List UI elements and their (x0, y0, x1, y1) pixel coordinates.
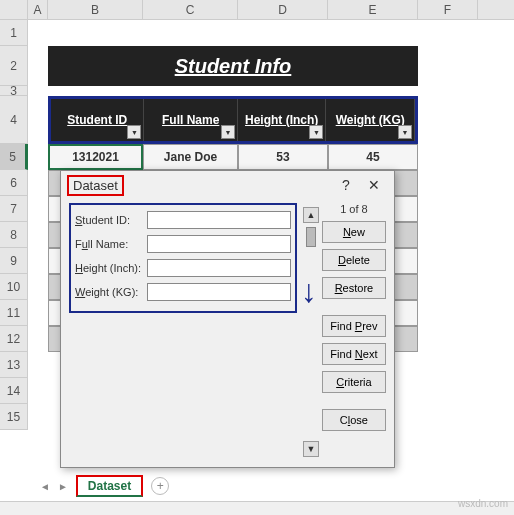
col-header-a[interactable]: A (28, 0, 48, 19)
add-sheet-icon[interactable]: + (151, 477, 169, 495)
tab-nav-next-icon[interactable]: ► (58, 481, 68, 492)
form-buttons: 1 of 8 New Delete Restore Find Prev Find… (322, 203, 386, 461)
cell-weight[interactable]: 45 (328, 144, 418, 170)
dialog-title: Dataset (67, 175, 124, 196)
scroll-down-icon[interactable]: ▼ (303, 441, 319, 457)
cell-id[interactable]: 1312021 (48, 144, 143, 170)
table-header: Student ID▼ Full Name▼ Height (Inch)▼ We… (48, 96, 418, 144)
col-header-b[interactable]: B (48, 0, 143, 19)
header-weight[interactable]: Weight (KG)▼ (326, 99, 415, 141)
filter-icon[interactable]: ▼ (127, 125, 141, 139)
delete-button[interactable]: Delete (322, 249, 386, 271)
arrow-annotation-icon: ↓ (301, 273, 317, 310)
row-header-5[interactable]: 5 (0, 144, 28, 170)
row-header-6[interactable]: 6 (0, 170, 28, 196)
record-counter: 1 of 8 (322, 203, 386, 215)
input-student-id[interactable] (147, 211, 291, 229)
header-student-id[interactable]: Student ID▼ (51, 99, 144, 141)
row-header-7[interactable]: 7 (0, 196, 28, 222)
cell-name[interactable]: Jane Doe (143, 144, 238, 170)
form-fields: Student ID: Full Name: Height (Inch): We… (69, 203, 297, 313)
find-next-button[interactable]: Find Next (322, 343, 386, 365)
row-header-10[interactable]: 10 (0, 274, 28, 300)
close-icon[interactable]: ✕ (360, 177, 388, 193)
label-student-id: Student ID: (75, 214, 147, 226)
header-full-name[interactable]: Full Name▼ (144, 99, 237, 141)
cell-height[interactable]: 53 (238, 144, 328, 170)
sheet-tabs: ◄ ► Dataset + (40, 475, 169, 497)
header-height[interactable]: Height (Inch)▼ (238, 99, 327, 141)
filter-icon[interactable]: ▼ (398, 125, 412, 139)
restore-button[interactable]: Restore (322, 277, 386, 299)
sheet-tab-dataset[interactable]: Dataset (76, 475, 143, 497)
col-header-d[interactable]: D (238, 0, 328, 19)
column-headers: A B C D E F (0, 0, 514, 20)
input-full-name[interactable] (147, 235, 291, 253)
find-prev-button[interactable]: Find Prev (322, 315, 386, 337)
col-header-c[interactable]: C (143, 0, 238, 19)
row-header-9[interactable]: 9 (0, 248, 28, 274)
col-header-e[interactable]: E (328, 0, 418, 19)
table-row[interactable]: 1312021 Jane Doe 53 45 (48, 144, 418, 170)
row-header-8[interactable]: 8 (0, 222, 28, 248)
row-header-11[interactable]: 11 (0, 300, 28, 326)
dialog-titlebar[interactable]: Dataset ? ✕ (61, 171, 394, 199)
row-header-12[interactable]: 12 (0, 326, 28, 352)
close-button[interactable]: Close (322, 409, 386, 431)
title-banner: Student Info (48, 46, 418, 86)
row-header-1[interactable]: 1 (0, 20, 28, 46)
row-header-4[interactable]: 4 (0, 96, 28, 144)
watermark: wsxdn.com (458, 498, 508, 509)
input-weight[interactable] (147, 283, 291, 301)
horizontal-scrollbar[interactable] (0, 501, 514, 515)
input-height[interactable] (147, 259, 291, 277)
data-form-dialog: Dataset ? ✕ Student ID: Full Name: Heigh… (60, 170, 395, 468)
label-weight: Weight (KG): (75, 286, 147, 298)
row-header-3[interactable]: 3 (0, 86, 28, 96)
filter-icon[interactable]: ▼ (309, 125, 323, 139)
tab-nav-prev-icon[interactable]: ◄ (40, 481, 50, 492)
row-header-2[interactable]: 2 (0, 46, 28, 86)
filter-icon[interactable]: ▼ (221, 125, 235, 139)
label-full-name: Full Name: (75, 238, 147, 250)
row-header-15[interactable]: 15 (0, 404, 28, 430)
row-headers: 1 2 3 4 5 6 7 8 9 10 11 12 13 14 15 (0, 20, 28, 430)
label-height: Height (Inch): (75, 262, 147, 274)
row-header-14[interactable]: 14 (0, 378, 28, 404)
row-header-13[interactable]: 13 (0, 352, 28, 378)
scroll-thumb[interactable] (306, 227, 316, 247)
new-button[interactable]: New (322, 221, 386, 243)
scroll-up-icon[interactable]: ▲ (303, 207, 319, 223)
help-icon[interactable]: ? (332, 177, 360, 193)
col-header-f[interactable]: F (418, 0, 478, 19)
criteria-button[interactable]: Criteria (322, 371, 386, 393)
record-scrollbar[interactable]: ▲ ↓ ▼ (303, 203, 316, 461)
